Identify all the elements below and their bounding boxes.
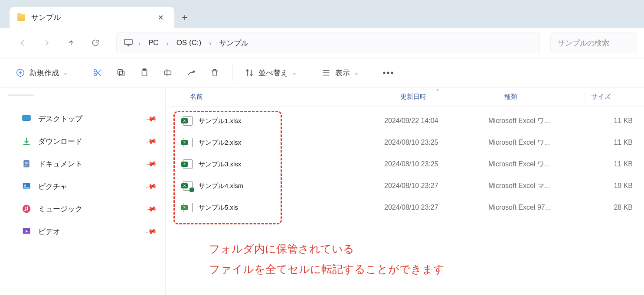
file-row[interactable]: サンプル2.xlsx2024/08/10 23:25Microsoft Exce… [166, 132, 644, 153]
breadcrumb-sep: › [167, 39, 169, 47]
excel-file-icon [183, 138, 193, 147]
music-icon [22, 204, 31, 214]
rename-icon [163, 68, 173, 78]
column-header-date[interactable]: 更新日時 [394, 93, 498, 101]
sidebar-item-pictures[interactable]: ピクチャ 📌 [6, 175, 160, 198]
nav-back-button[interactable] [12, 32, 33, 53]
svg-rect-0 [124, 39, 132, 44]
sort-button[interactable]: 並べ替え ⌄ [239, 64, 302, 82]
file-name: サンプル2.xlsx [199, 139, 241, 147]
column-header-size[interactable]: サイズ [585, 93, 644, 101]
arrow-left-icon [18, 39, 27, 47]
sort-icon [245, 68, 254, 78]
svg-point-16 [26, 209, 28, 211]
sidebar-item-videos[interactable]: ビデオ 📌 [6, 220, 160, 243]
file-size: 28 KB [569, 204, 644, 211]
toolbar-divider [232, 65, 232, 81]
pin-icon: 📌 [145, 225, 157, 237]
file-size: 11 KB [569, 160, 644, 168]
file-size: 11 KB [569, 139, 644, 146]
file-name-cell: サンプル5.xls [174, 203, 378, 212]
sidebar-item-label: ビデオ [38, 227, 140, 237]
svg-rect-9 [23, 115, 30, 121]
cut-button[interactable] [87, 64, 108, 82]
scissors-icon [93, 68, 102, 78]
nav-forward-button[interactable] [36, 32, 57, 53]
column-header-name[interactable]: 名前 [190, 93, 394, 101]
annotation-line2: ファイルを全てセルに転記することができます [209, 259, 445, 280]
view-button-label: 表示 [335, 68, 350, 78]
file-type: Microsoft Excel 97... [482, 204, 569, 211]
sidebar-item-label: ドキュメント [38, 159, 140, 169]
file-name-cell: サンプル4.xlsm [174, 181, 378, 191]
new-button[interactable]: 新規作成 ⌄ [10, 64, 73, 82]
ellipsis-icon: ••• [382, 68, 394, 78]
excel-file-icon [183, 116, 193, 126]
toolbar-divider [309, 65, 309, 81]
file-type: Microsoft Excel ワ... [482, 117, 569, 126]
share-button[interactable] [181, 64, 202, 82]
sidebar-item-music[interactable]: ミュージック 📌 [6, 198, 160, 220]
chevron-down-icon: ⌄ [292, 70, 297, 76]
folder-icon [17, 14, 25, 21]
breadcrumb-folder[interactable]: サンプル [216, 36, 251, 50]
view-button[interactable]: 表示 ⌄ [316, 64, 364, 82]
file-type: Microsoft Excel マ... [482, 182, 569, 191]
nav-up-button[interactable] [61, 32, 82, 53]
copy-button[interactable] [111, 64, 131, 82]
file-row[interactable]: サンプル3.xlsx2024/08/10 23:25Microsoft Exce… [166, 153, 644, 175]
file-type: Microsoft Excel ワ... [482, 138, 569, 147]
sidebar-item-label: ダウンロード [38, 136, 140, 146]
download-icon [22, 136, 31, 146]
rename-button[interactable] [157, 64, 178, 82]
sidebar-item-desktop[interactable]: デスクトップ 📌 [6, 107, 160, 130]
excel-file-icon [183, 159, 193, 169]
breadcrumb[interactable]: › PC › OS (C:) › サンプル [116, 32, 540, 53]
sidebar-item-documents[interactable]: ドキュメント 📌 [6, 152, 160, 175]
more-button[interactable]: ••• [378, 64, 399, 82]
file-size: 19 KB [569, 182, 644, 190]
copy-icon [116, 68, 126, 78]
nav-refresh-button[interactable] [85, 32, 106, 53]
file-name-cell: サンプル1.xlsx [174, 116, 378, 126]
search-placeholder: サンプルの検索 [558, 38, 609, 48]
delete-button[interactable] [204, 64, 225, 82]
active-tab[interactable]: サンプル ✕ [10, 7, 174, 28]
sidebar-scroll-indicator [8, 94, 34, 96]
file-date: 2024/08/10 23:25 [378, 139, 482, 146]
file-row[interactable]: サンプル4.xlsm2024/08/10 23:27Microsoft Exce… [166, 175, 644, 197]
toolbar-divider [371, 65, 371, 81]
desktop-icon [22, 114, 31, 123]
toolbar: 新規作成 ⌄ 並べ替え ⌄ 表示 ⌄ ••• [0, 58, 644, 88]
chevron-down-icon: ⌄ [63, 70, 68, 76]
tab-close-button[interactable]: ✕ [153, 10, 168, 25]
file-row[interactable]: サンプル1.xlsx2024/09/22 14:04Microsoft Exce… [166, 110, 644, 132]
file-rows: サンプル1.xlsx2024/09/22 14:04Microsoft Exce… [166, 107, 644, 218]
sidebar-item-label: ピクチャ [38, 182, 140, 191]
search-input[interactable]: サンプルの検索 [550, 32, 637, 53]
share-icon [186, 68, 196, 78]
file-row[interactable]: サンプル5.xls2024/08/10 23:27Microsoft Excel… [166, 197, 644, 218]
pin-icon: 📌 [145, 135, 157, 147]
address-bar-row: › PC › OS (C:) › サンプル サンプルの検索 [0, 28, 644, 58]
view-icon [321, 68, 331, 78]
plus-circle-icon [16, 68, 25, 78]
breadcrumb-drive[interactable]: OS (C:) [174, 37, 204, 49]
breadcrumb-sep: › [138, 39, 141, 47]
new-button-label: 新規作成 [29, 68, 59, 78]
paste-button[interactable] [134, 64, 155, 82]
breadcrumb-pc[interactable]: PC [146, 37, 161, 49]
excel-file-icon [183, 181, 193, 191]
sort-indicator-icon: ⌃ [435, 88, 440, 94]
content-area: ⌃ 名前 更新日時 種類 サイズ サンプル1.xlsx2024/09/22 14… [166, 88, 644, 295]
clipboard-icon [140, 68, 149, 78]
pin-icon: 📌 [145, 203, 157, 214]
tab-strip: サンプル ✕ ＋ [0, 0, 644, 28]
file-name: サンプル1.xlsx [199, 117, 241, 125]
sidebar-item-label: デスクトップ [38, 114, 140, 124]
new-tab-button[interactable]: ＋ [174, 7, 195, 28]
svg-rect-4 [119, 71, 124, 76]
column-header-type[interactable]: 種類 [498, 93, 585, 101]
file-name: サンプル4.xlsm [199, 182, 243, 190]
sidebar-item-downloads[interactable]: ダウンロード 📌 [6, 130, 160, 152]
